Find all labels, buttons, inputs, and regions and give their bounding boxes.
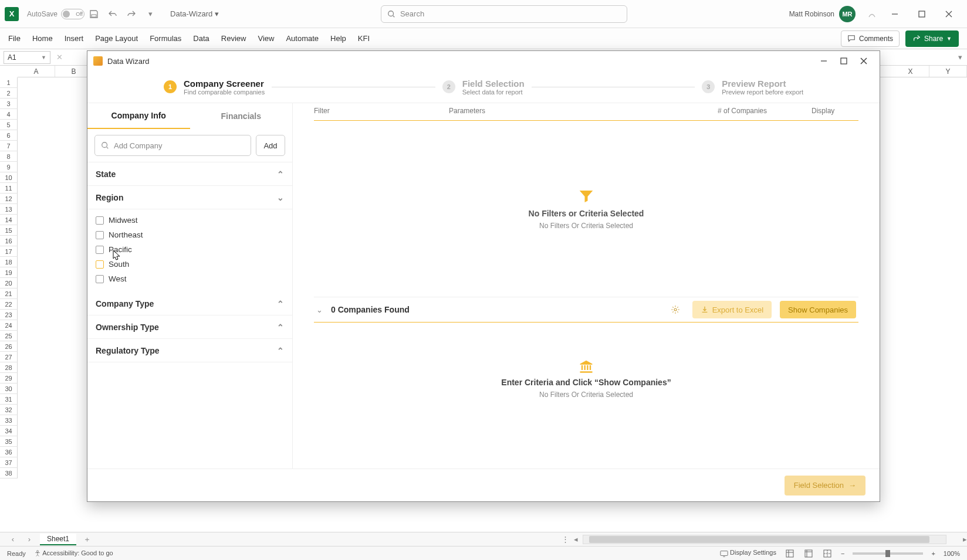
workbook-name[interactable]: Data-Wizard ▾	[170, 9, 219, 18]
row-header[interactable]: 13	[0, 204, 18, 215]
results-settings-button[interactable]	[667, 301, 684, 318]
ribbon-tab-formulas[interactable]: Formulas	[150, 34, 181, 43]
row-header[interactable]: 23	[0, 310, 18, 320]
row-header[interactable]: 30	[0, 383, 18, 394]
row-header[interactable]: 18	[0, 257, 18, 267]
tell-me-search[interactable]: Search	[381, 5, 627, 23]
row-header[interactable]: 6	[0, 130, 18, 141]
column-header[interactable]: A	[18, 66, 55, 77]
row-header[interactable]: 21	[0, 289, 18, 299]
save-qat-icon[interactable]	[86, 6, 102, 22]
row-header[interactable]: 5	[0, 120, 18, 130]
row-header[interactable]: 33	[0, 415, 18, 426]
column-header[interactable]: Y	[929, 66, 967, 77]
row-header[interactable]: 10	[0, 172, 18, 183]
tab-company-info[interactable]: Company Info	[87, 103, 190, 129]
display-settings-button[interactable]: Display Settings	[720, 549, 776, 557]
horizontal-scrollbar[interactable]	[583, 535, 946, 544]
account-avatar[interactable]: MR	[839, 6, 856, 22]
row-header[interactable]: 9	[0, 162, 18, 172]
section-region[interactable]: Region ⌄	[87, 186, 292, 209]
wizard-close-button[interactable]	[854, 53, 874, 69]
row-header[interactable]: 4	[0, 109, 18, 120]
row-header[interactable]: 8	[0, 151, 18, 162]
ribbon-tab-help[interactable]: Help	[330, 34, 346, 43]
section-ownership-type[interactable]: Ownership Type ⌃	[87, 315, 292, 339]
tab-financials[interactable]: Financials	[190, 103, 293, 129]
row-header[interactable]: 28	[0, 362, 18, 373]
section-regulatory-type[interactable]: Regulatory Type ⌃	[87, 339, 292, 362]
ribbon-tab-page-layout[interactable]: Page Layout	[95, 34, 138, 43]
hscroll-left-icon[interactable]: ◂	[574, 535, 578, 544]
results-collapse-icon[interactable]: ⌄	[316, 306, 323, 314]
ribbon-tab-file[interactable]: File	[8, 34, 21, 43]
row-header[interactable]: 7	[0, 141, 18, 151]
sheet-nav-prev-icon[interactable]: ‹	[7, 535, 19, 544]
row-header[interactable]: 1	[0, 77, 18, 88]
row-header[interactable]: 17	[0, 246, 18, 257]
ribbon-tab-home[interactable]: Home	[32, 34, 53, 43]
row-header[interactable]: 34	[0, 426, 18, 436]
checkbox-south[interactable]: South	[96, 257, 284, 271]
row-header[interactable]: 35	[0, 436, 18, 447]
ribbon-tab-review[interactable]: Review	[221, 34, 246, 43]
hscroll-right-icon[interactable]: ▸	[963, 535, 967, 544]
sheet-tab-sheet1[interactable]: Sheet1	[40, 534, 76, 545]
coming-soon-icon[interactable]	[864, 6, 880, 22]
view-page-layout-icon[interactable]	[803, 548, 814, 559]
view-page-break-icon[interactable]	[822, 548, 833, 559]
zoom-out-button[interactable]: −	[841, 550, 844, 557]
section-company-type[interactable]: Company Type ⌃	[87, 292, 292, 315]
zoom-level[interactable]: 100%	[944, 550, 960, 557]
row-header[interactable]: 37	[0, 457, 18, 468]
row-header[interactable]: 15	[0, 225, 18, 236]
row-header[interactable]: 36	[0, 447, 18, 457]
checkbox-west[interactable]: West	[96, 271, 284, 286]
new-sheet-button[interactable]: ＋	[81, 534, 93, 545]
row-header[interactable]: 38	[0, 468, 18, 478]
row-header[interactable]: 22	[0, 299, 18, 310]
ribbon-tab-automate[interactable]: Automate	[286, 34, 319, 43]
zoom-in-button[interactable]: +	[931, 550, 935, 557]
undo-qat-icon[interactable]	[104, 6, 121, 22]
export-to-excel-button[interactable]: Export to Excel	[692, 301, 772, 318]
zoom-slider[interactable]	[853, 552, 923, 555]
view-normal-icon[interactable]	[785, 548, 795, 559]
autosave-toggle[interactable]: Off	[61, 9, 84, 19]
window-minimize-button[interactable]	[881, 5, 908, 23]
fx-cancel-icon[interactable]: ✕	[56, 53, 63, 62]
share-button[interactable]: Share ▼	[905, 30, 959, 47]
row-header[interactable]: 3	[0, 99, 18, 109]
ribbon-tab-kfi[interactable]: KFI	[358, 34, 370, 43]
qat-overflow-icon[interactable]: ▾	[142, 6, 158, 22]
row-header[interactable]: 12	[0, 194, 18, 204]
row-header[interactable]: 20	[0, 278, 18, 289]
section-state[interactable]: State ⌃	[87, 162, 292, 186]
ribbon-tab-insert[interactable]: Insert	[65, 34, 84, 43]
name-box[interactable]: A1 ▼	[4, 51, 50, 64]
wizard-maximize-button[interactable]	[834, 53, 854, 69]
checkbox-northeast[interactable]: Northeast	[96, 228, 284, 242]
field-selection-next-button[interactable]: Field Selection →	[785, 476, 865, 495]
add-company-input[interactable]: Add Company	[94, 135, 251, 156]
step-field-selection[interactable]: 2 Field SelectionSelect data for report	[442, 79, 525, 96]
window-close-button[interactable]	[935, 5, 962, 23]
row-header[interactable]: 14	[0, 215, 18, 225]
step-company-screener[interactable]: 1 Company ScreenerFind comparable compan…	[164, 79, 265, 96]
column-header[interactable]: X	[892, 66, 929, 77]
row-header[interactable]: 29	[0, 373, 18, 383]
ribbon-tab-data[interactable]: Data	[193, 34, 209, 43]
sheet-nav-next-icon[interactable]: ›	[23, 535, 35, 544]
row-header[interactable]: 31	[0, 394, 18, 405]
row-header[interactable]: 11	[0, 183, 18, 194]
accessibility-status[interactable]: Accessibility: Good to go	[34, 549, 113, 557]
add-company-button[interactable]: Add	[256, 135, 285, 156]
step-preview-report[interactable]: 3 Preview ReportPreview report before ex…	[702, 79, 803, 96]
redo-qat-icon[interactable]	[123, 6, 140, 22]
comments-button[interactable]: Comments	[841, 30, 900, 47]
ribbon-tab-view[interactable]: View	[258, 34, 274, 43]
checkbox-midwest[interactable]: Midwest	[96, 213, 284, 228]
row-header[interactable]: 27	[0, 352, 18, 362]
formula-bar-expand-icon[interactable]: ▾	[953, 50, 967, 65]
row-header[interactable]: 25	[0, 331, 18, 341]
